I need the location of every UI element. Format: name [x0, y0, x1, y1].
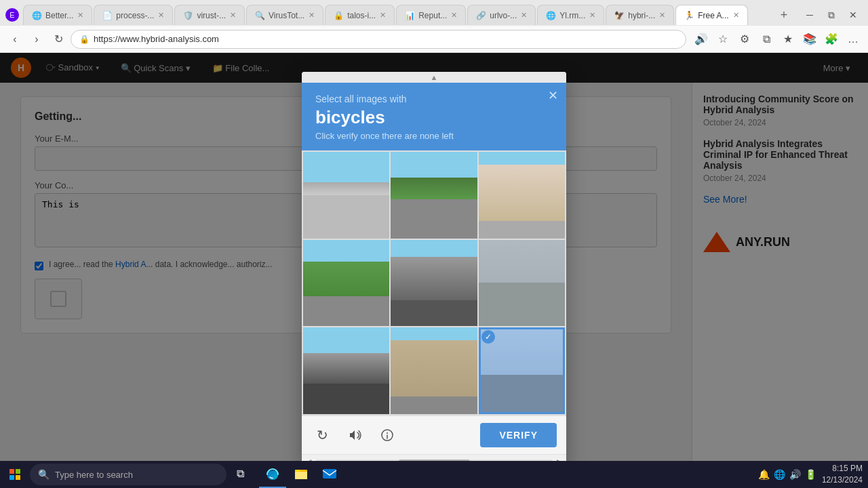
taskbar-app-outlook[interactable]: [316, 461, 343, 488]
tray-volume-icon[interactable]: 🔊: [789, 469, 801, 480]
captcha-refresh-button[interactable]: ↻: [311, 424, 333, 446]
browser-actions: 🔊 ☆ ⚙ ⧉ ★ 📚 🧩 …: [692, 30, 863, 49]
tray-date-display: 12/13/2024: [822, 474, 863, 486]
tray-clock[interactable]: 8:15 PM 12/13/2024: [822, 463, 863, 486]
captcha-image-img-7[interactable]: [303, 327, 389, 413]
taskbar-search-placeholder: Type here to search: [55, 470, 133, 480]
address-bar[interactable]: 🔒 https://www.hybrid-analysis.com: [71, 30, 686, 49]
profile-icon[interactable]: E: [5, 8, 19, 22]
captcha-footer-icons: ↻: [311, 424, 398, 446]
captcha-title: bicycles: [315, 107, 553, 128]
browser-tab-tab-1[interactable]: 🌐Better...✕: [23, 5, 92, 25]
read-aloud-button[interactable]: 🔊: [692, 30, 711, 49]
browser-tab-tab-3[interactable]: 🛡️virust-...✕: [174, 5, 245, 25]
more-button[interactable]: …: [844, 30, 863, 49]
captcha-box: ▲ ✕ Select all images with bicycles Clic…: [302, 72, 566, 468]
svg-rect-4: [295, 470, 300, 472]
captcha-overlay: ▲ ✕ Select all images with bicycles Clic…: [0, 53, 868, 488]
captcha-close-button[interactable]: ✕: [548, 89, 558, 102]
captcha-image-img-1[interactable]: [303, 152, 389, 238]
page-content: H ⧃ Sandbox ▾ 🔍 Quick Scans ▾ 📁 File Col…: [0, 53, 868, 488]
browser-tab-tab-4[interactable]: 🔍VirusTot...✕: [246, 5, 323, 25]
svg-point-1: [387, 432, 388, 434]
address-bar-row: ‹ › ↻ 🔒 https://www.hybrid-analysis.com …: [0, 26, 868, 53]
captcha-image-img-4[interactable]: [303, 240, 389, 326]
add-favorite-button[interactable]: ☆: [713, 30, 732, 49]
tray-battery-icon[interactable]: 🔋: [805, 469, 816, 480]
svg-rect-5: [295, 472, 307, 479]
browser-tab-tab-10[interactable]: 🏃Free A...✕: [675, 5, 747, 25]
browser-tab-tab-9[interactable]: 🦅hybri-...✕: [606, 5, 674, 25]
close-button[interactable]: ✕: [844, 8, 863, 22]
captcha-instruction: Click verify once there are none left: [315, 131, 553, 141]
captcha-audio-button[interactable]: [344, 424, 366, 446]
captcha-image-img-3[interactable]: [479, 152, 565, 238]
windows-logo-icon: [9, 469, 20, 480]
browser-tab-tab-7[interactable]: 🔗urlvo-...✕: [467, 5, 536, 25]
captcha-image-img-9[interactable]: ✓: [479, 327, 565, 413]
ssl-lock-icon: 🔒: [79, 35, 90, 44]
address-text: https://www.hybrid-analysis.com: [94, 34, 219, 44]
captcha-header: ✕ Select all images with bicycles Click …: [302, 83, 566, 150]
browser-settings-button[interactable]: ⚙: [735, 30, 754, 49]
edge-icon: [265, 466, 280, 481]
tray-notifications-icon[interactable]: 🔔: [758, 469, 770, 480]
captcha-image-img-5[interactable]: [391, 240, 477, 326]
browser-tab-tab-5[interactable]: 🔒talos-i...✕: [325, 5, 395, 25]
svg-rect-6: [323, 469, 336, 479]
taskbar-search-bar[interactable]: 🔍 Type here to search: [30, 464, 226, 485]
taskview-button[interactable]: ⧉: [226, 461, 254, 488]
explorer-icon: [294, 466, 309, 481]
tray-icons: 🔔 🌐 🔊 🔋: [758, 469, 816, 480]
window-controls: ─ ⧉ ✕: [800, 8, 863, 22]
new-tab-button[interactable]: +: [774, 5, 793, 24]
favorites-button[interactable]: ★: [778, 30, 797, 49]
taskbar-app-explorer[interactable]: [288, 461, 315, 488]
browser-tab-tab-8[interactable]: 🌐Yl.rm...✕: [537, 5, 604, 25]
browser-tab-tab-6[interactable]: 📊Reput...✕: [396, 5, 466, 25]
tab-bar: E 🌐Better...✕📄process-...✕🛡️virust-...✕🔍…: [0, 0, 868, 26]
outlook-icon: [322, 466, 337, 481]
tray-time-display: 8:15 PM: [822, 463, 863, 474]
taskview-icon: ⧉: [233, 466, 248, 481]
back-button[interactable]: ‹: [5, 30, 24, 49]
browser-tab-tab-2[interactable]: 📄process-...✕: [94, 5, 173, 25]
taskbar-apps: [259, 461, 343, 488]
refresh-button[interactable]: ↻: [49, 30, 68, 49]
taskbar-search-icon: 🔍: [38, 469, 50, 480]
taskbar-app-edge[interactable]: [259, 461, 286, 488]
captcha-image-img-2[interactable]: [391, 152, 477, 238]
captcha-subtitle: Select all images with: [315, 94, 553, 104]
tabs-container: 🌐Better...✕📄process-...✕🛡️virust-...✕🔍Vi…: [23, 5, 773, 25]
captcha-image-grid: ✓: [302, 150, 566, 415]
captcha-info-button[interactable]: [376, 424, 398, 446]
collections-button[interactable]: 📚: [800, 30, 819, 49]
start-button[interactable]: [0, 461, 30, 488]
captcha-image-img-8[interactable]: [391, 327, 477, 413]
captcha-footer: ↻: [302, 415, 566, 454]
system-tray: 🔔 🌐 🔊 🔋 8:15 PM 12/13/2024: [758, 463, 868, 486]
split-screen-button[interactable]: ⧉: [757, 30, 776, 49]
forward-button[interactable]: ›: [27, 30, 46, 49]
extensions-button[interactable]: 🧩: [822, 30, 841, 49]
minimize-button[interactable]: ─: [800, 8, 819, 22]
browser-chrome: E 🌐Better...✕📄process-...✕🛡️virust-...✕🔍…: [0, 0, 868, 53]
captcha-image-img-6[interactable]: [479, 240, 565, 326]
captcha-verify-button[interactable]: VERIFY: [480, 423, 557, 447]
captcha-scroll-top: ▲: [302, 72, 566, 83]
restore-button[interactable]: ⧉: [822, 8, 841, 22]
taskbar: 🔍 Type here to search ⧉: [0, 461, 868, 488]
tray-network-icon[interactable]: 🌐: [774, 469, 785, 480]
